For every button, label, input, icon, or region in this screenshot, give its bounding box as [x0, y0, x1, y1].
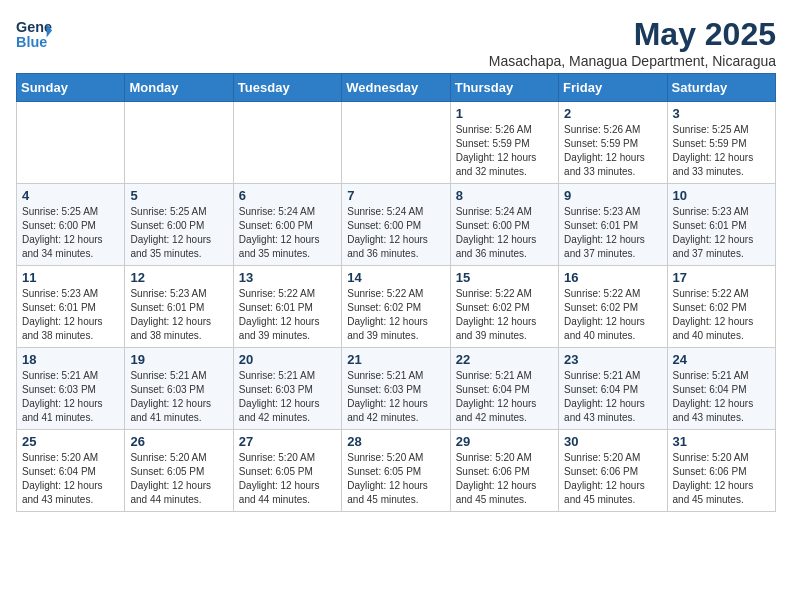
day-info: Sunrise: 5:21 AM Sunset: 6:03 PM Dayligh…: [22, 369, 119, 425]
day-info: Sunrise: 5:20 AM Sunset: 6:04 PM Dayligh…: [22, 451, 119, 507]
day-number: 16: [564, 270, 661, 285]
week-row-2: 4Sunrise: 5:25 AM Sunset: 6:00 PM Daylig…: [17, 184, 776, 266]
calendar-cell: 18Sunrise: 5:21 AM Sunset: 6:03 PM Dayli…: [17, 348, 125, 430]
day-info: Sunrise: 5:22 AM Sunset: 6:01 PM Dayligh…: [239, 287, 336, 343]
day-info: Sunrise: 5:22 AM Sunset: 6:02 PM Dayligh…: [456, 287, 553, 343]
day-info: Sunrise: 5:20 AM Sunset: 6:06 PM Dayligh…: [673, 451, 770, 507]
calendar-cell: [342, 102, 450, 184]
calendar-cell: 28Sunrise: 5:20 AM Sunset: 6:05 PM Dayli…: [342, 430, 450, 512]
day-info: Sunrise: 5:21 AM Sunset: 6:04 PM Dayligh…: [673, 369, 770, 425]
day-number: 19: [130, 352, 227, 367]
calendar-cell: 24Sunrise: 5:21 AM Sunset: 6:04 PM Dayli…: [667, 348, 775, 430]
day-info: Sunrise: 5:26 AM Sunset: 5:59 PM Dayligh…: [456, 123, 553, 179]
day-number: 28: [347, 434, 444, 449]
day-number: 4: [22, 188, 119, 203]
day-number: 27: [239, 434, 336, 449]
day-info: Sunrise: 5:20 AM Sunset: 6:06 PM Dayligh…: [456, 451, 553, 507]
day-number: 30: [564, 434, 661, 449]
day-number: 25: [22, 434, 119, 449]
calendar-cell: 2Sunrise: 5:26 AM Sunset: 5:59 PM Daylig…: [559, 102, 667, 184]
calendar-cell: 16Sunrise: 5:22 AM Sunset: 6:02 PM Dayli…: [559, 266, 667, 348]
day-info: Sunrise: 5:23 AM Sunset: 6:01 PM Dayligh…: [22, 287, 119, 343]
day-info: Sunrise: 5:20 AM Sunset: 6:06 PM Dayligh…: [564, 451, 661, 507]
day-number: 12: [130, 270, 227, 285]
day-info: Sunrise: 5:21 AM Sunset: 6:04 PM Dayligh…: [456, 369, 553, 425]
day-number: 8: [456, 188, 553, 203]
weekday-header-tuesday: Tuesday: [233, 74, 341, 102]
day-info: Sunrise: 5:26 AM Sunset: 5:59 PM Dayligh…: [564, 123, 661, 179]
calendar-cell: 1Sunrise: 5:26 AM Sunset: 5:59 PM Daylig…: [450, 102, 558, 184]
week-row-3: 11Sunrise: 5:23 AM Sunset: 6:01 PM Dayli…: [17, 266, 776, 348]
day-number: 2: [564, 106, 661, 121]
calendar-cell: 10Sunrise: 5:23 AM Sunset: 6:01 PM Dayli…: [667, 184, 775, 266]
day-info: Sunrise: 5:22 AM Sunset: 6:02 PM Dayligh…: [347, 287, 444, 343]
day-info: Sunrise: 5:23 AM Sunset: 6:01 PM Dayligh…: [673, 205, 770, 261]
calendar-cell: 3Sunrise: 5:25 AM Sunset: 5:59 PM Daylig…: [667, 102, 775, 184]
day-info: Sunrise: 5:21 AM Sunset: 6:03 PM Dayligh…: [130, 369, 227, 425]
day-number: 5: [130, 188, 227, 203]
week-row-1: 1Sunrise: 5:26 AM Sunset: 5:59 PM Daylig…: [17, 102, 776, 184]
day-number: 22: [456, 352, 553, 367]
day-number: 7: [347, 188, 444, 203]
calendar-cell: 13Sunrise: 5:22 AM Sunset: 6:01 PM Dayli…: [233, 266, 341, 348]
calendar-cell: 20Sunrise: 5:21 AM Sunset: 6:03 PM Dayli…: [233, 348, 341, 430]
day-number: 29: [456, 434, 553, 449]
day-info: Sunrise: 5:24 AM Sunset: 6:00 PM Dayligh…: [347, 205, 444, 261]
week-row-4: 18Sunrise: 5:21 AM Sunset: 6:03 PM Dayli…: [17, 348, 776, 430]
calendar-cell: 25Sunrise: 5:20 AM Sunset: 6:04 PM Dayli…: [17, 430, 125, 512]
logo-icon: General Blue: [16, 16, 52, 52]
calendar-cell: 5Sunrise: 5:25 AM Sunset: 6:00 PM Daylig…: [125, 184, 233, 266]
day-number: 6: [239, 188, 336, 203]
weekday-header-friday: Friday: [559, 74, 667, 102]
weekday-header-wednesday: Wednesday: [342, 74, 450, 102]
day-info: Sunrise: 5:21 AM Sunset: 6:04 PM Dayligh…: [564, 369, 661, 425]
day-info: Sunrise: 5:20 AM Sunset: 6:05 PM Dayligh…: [347, 451, 444, 507]
location-title: Masachapa, Managua Department, Nicaragua: [489, 53, 776, 69]
title-block: May 2025 Masachapa, Managua Department, …: [489, 16, 776, 69]
weekday-header-thursday: Thursday: [450, 74, 558, 102]
day-info: Sunrise: 5:25 AM Sunset: 6:00 PM Dayligh…: [22, 205, 119, 261]
day-number: 18: [22, 352, 119, 367]
day-number: 15: [456, 270, 553, 285]
day-info: Sunrise: 5:25 AM Sunset: 5:59 PM Dayligh…: [673, 123, 770, 179]
calendar-table: SundayMondayTuesdayWednesdayThursdayFrid…: [16, 73, 776, 512]
calendar-cell: 11Sunrise: 5:23 AM Sunset: 6:01 PM Dayli…: [17, 266, 125, 348]
calendar-cell: 8Sunrise: 5:24 AM Sunset: 6:00 PM Daylig…: [450, 184, 558, 266]
calendar-cell: [233, 102, 341, 184]
calendar-cell: 14Sunrise: 5:22 AM Sunset: 6:02 PM Dayli…: [342, 266, 450, 348]
month-title: May 2025: [489, 16, 776, 53]
day-number: 11: [22, 270, 119, 285]
calendar-cell: 4Sunrise: 5:25 AM Sunset: 6:00 PM Daylig…: [17, 184, 125, 266]
day-info: Sunrise: 5:25 AM Sunset: 6:00 PM Dayligh…: [130, 205, 227, 261]
day-info: Sunrise: 5:23 AM Sunset: 6:01 PM Dayligh…: [130, 287, 227, 343]
day-info: Sunrise: 5:23 AM Sunset: 6:01 PM Dayligh…: [564, 205, 661, 261]
day-info: Sunrise: 5:20 AM Sunset: 6:05 PM Dayligh…: [130, 451, 227, 507]
calendar-cell: 29Sunrise: 5:20 AM Sunset: 6:06 PM Dayli…: [450, 430, 558, 512]
day-info: Sunrise: 5:20 AM Sunset: 6:05 PM Dayligh…: [239, 451, 336, 507]
calendar-cell: 31Sunrise: 5:20 AM Sunset: 6:06 PM Dayli…: [667, 430, 775, 512]
weekday-header-sunday: Sunday: [17, 74, 125, 102]
day-info: Sunrise: 5:21 AM Sunset: 6:03 PM Dayligh…: [347, 369, 444, 425]
weekday-header-row: SundayMondayTuesdayWednesdayThursdayFrid…: [17, 74, 776, 102]
day-number: 20: [239, 352, 336, 367]
week-row-5: 25Sunrise: 5:20 AM Sunset: 6:04 PM Dayli…: [17, 430, 776, 512]
day-number: 23: [564, 352, 661, 367]
day-info: Sunrise: 5:24 AM Sunset: 6:00 PM Dayligh…: [239, 205, 336, 261]
day-number: 17: [673, 270, 770, 285]
weekday-header-saturday: Saturday: [667, 74, 775, 102]
day-number: 13: [239, 270, 336, 285]
calendar-cell: 12Sunrise: 5:23 AM Sunset: 6:01 PM Dayli…: [125, 266, 233, 348]
day-info: Sunrise: 5:24 AM Sunset: 6:00 PM Dayligh…: [456, 205, 553, 261]
calendar-cell: 15Sunrise: 5:22 AM Sunset: 6:02 PM Dayli…: [450, 266, 558, 348]
calendar-cell: 6Sunrise: 5:24 AM Sunset: 6:00 PM Daylig…: [233, 184, 341, 266]
day-number: 10: [673, 188, 770, 203]
page-header: General Blue May 2025 Masachapa, Managua…: [16, 16, 776, 69]
day-number: 1: [456, 106, 553, 121]
day-number: 21: [347, 352, 444, 367]
calendar-cell: 7Sunrise: 5:24 AM Sunset: 6:00 PM Daylig…: [342, 184, 450, 266]
calendar-cell: [17, 102, 125, 184]
calendar-cell: 17Sunrise: 5:22 AM Sunset: 6:02 PM Dayli…: [667, 266, 775, 348]
day-number: 9: [564, 188, 661, 203]
weekday-header-monday: Monday: [125, 74, 233, 102]
svg-text:Blue: Blue: [16, 34, 47, 50]
